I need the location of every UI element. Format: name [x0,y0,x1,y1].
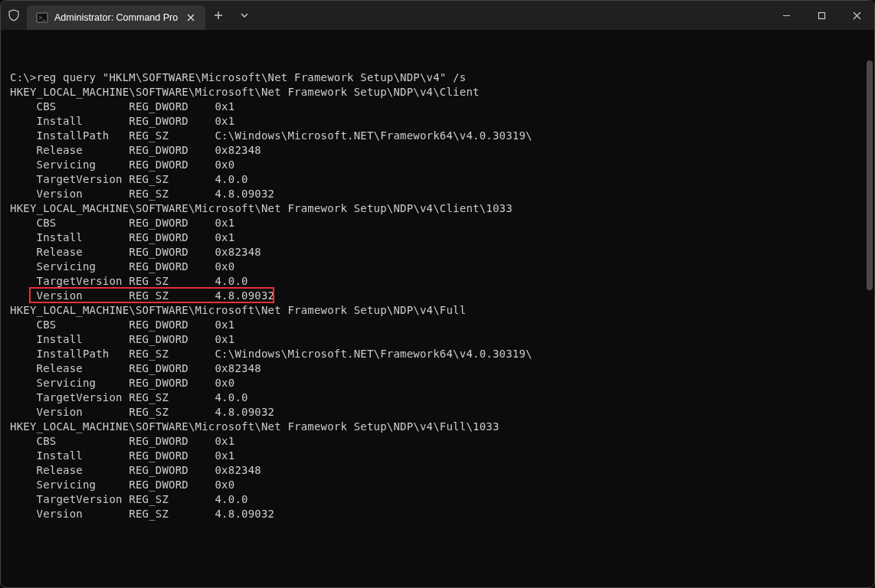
registry-value: Release REG_DWORD 0x82348 [10,361,865,376]
registry-value: Install REG_DWORD 0x1 [10,230,865,245]
registry-value: CBS REG_DWORD 0x1 [10,434,865,449]
scrollbar[interactable] [867,60,873,290]
registry-value: TargetVersion REG_SZ 4.0.0 [10,492,865,507]
registry-value: CBS REG_DWORD 0x1 [10,318,865,332]
registry-value: Version REG_SZ 4.8.09032 [10,405,865,420]
new-tab-button[interactable] [205,1,231,30]
tab-menu-chevron-icon[interactable] [231,1,257,30]
svg-text:>_: >_ [39,15,47,21]
registry-value: TargetVersion REG_SZ 4.0.0 [10,390,865,405]
minimize-button[interactable] [768,1,804,30]
registry-value: TargetVersion REG_SZ 4.0.0 [10,172,865,187]
cmd-icon: >_ [36,11,48,24]
svg-rect-2 [818,12,824,18]
registry-value: CBS REG_DWORD 0x1 [10,100,865,114]
registry-value: Servicing REG_DWORD 0x0 [10,376,865,390]
tab-active[interactable]: >_ Administrator: Command Pro [27,5,205,30]
titlebar: >_ Administrator: Command Pro [1,1,874,30]
maximize-button[interactable] [804,1,839,30]
registry-key: HKEY_LOCAL_MACHINE\SOFTWARE\Microsoft\Ne… [10,303,865,318]
registry-value: Install REG_DWORD 0x1 [10,449,865,463]
command-line: C:\>reg query "HKLM\SOFTWARE\Microsoft\N… [10,70,865,85]
registry-value: Version REG_SZ 4.8.09032 [10,507,865,521]
tab-title: Administrator: Command Pro [54,12,178,23]
registry-value: Servicing REG_DWORD 0x0 [10,158,865,172]
registry-value: Release REG_DWORD 0x82348 [10,463,865,478]
registry-value: Install REG_DWORD 0x1 [10,332,865,347]
shield-icon [1,1,27,30]
registry-value: TargetVersion REG_SZ 4.0.0 [10,274,865,289]
registry-value: Release REG_DWORD 0x82348 [10,245,865,260]
registry-value: CBS REG_DWORD 0x1 [10,216,865,230]
registry-value: InstallPath REG_SZ C:\Windows\Microsoft.… [10,347,865,361]
registry-value: Servicing REG_DWORD 0x0 [10,478,865,492]
registry-value: Version REG_SZ 4.8.09032 [10,289,865,303]
close-window-button[interactable] [839,1,874,30]
terminal-output[interactable]: C:\>reg query "HKLM\SOFTWARE\Microsoft\N… [1,30,874,587]
registry-value: Version REG_SZ 4.8.09032 [10,187,865,201]
registry-value: InstallPath REG_SZ C:\Windows\Microsoft.… [10,129,865,143]
registry-value: Release REG_DWORD 0x82348 [10,143,865,158]
titlebar-drag-area[interactable] [257,1,768,30]
close-tab-icon[interactable] [184,11,198,24]
registry-value: Install REG_DWORD 0x1 [10,114,865,129]
registry-key: HKEY_LOCAL_MACHINE\SOFTWARE\Microsoft\Ne… [10,420,865,434]
registry-key: HKEY_LOCAL_MACHINE\SOFTWARE\Microsoft\Ne… [10,85,865,100]
registry-value: Servicing REG_DWORD 0x0 [10,260,865,274]
registry-key: HKEY_LOCAL_MACHINE\SOFTWARE\Microsoft\Ne… [10,201,865,216]
